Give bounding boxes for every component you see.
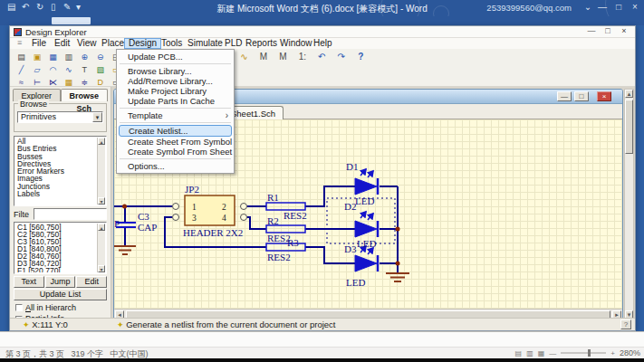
word-maximize-button[interactable]: □ [611,2,626,12]
save-icon[interactable]: ▤ [7,2,15,12]
undo-icon[interactable]: ↶ [22,2,29,12]
designator-label[interactable]: C3 [138,211,149,222]
library-icon[interactable]: M [255,51,271,63]
library-edit-icon[interactable]: M [275,51,291,63]
browse-panel: Explorer Browse Sch Browse Primitives ▾ … [10,87,111,319]
redo-icon[interactable]: ↷ [333,51,349,63]
designator-label[interactable]: R2 [267,215,279,226]
word-count[interactable]: 319 个字 [72,349,104,358]
text-button[interactable]: Text [14,276,44,288]
designator-label[interactable]: D1 [346,161,358,172]
checkbox-icon[interactable] [15,304,23,311]
app-maximize-button[interactable]: □ [601,26,615,35]
menu-item-create-symbol-from-sheet[interactable]: Create Symbol From Sheet [117,147,234,157]
page-icon[interactable]: ▯ [51,2,56,12]
account-name[interactable]: 2539399560@qq.com [486,3,572,13]
doc-maximize-button[interactable]: □ [574,91,589,101]
scroll-up-icon[interactable]: ▴ [625,90,633,98]
comment-label[interactable]: CAP [138,222,157,233]
designator-label[interactable]: JP2 [185,184,199,195]
comment-label[interactable]: LED [346,277,365,288]
all-in-hierarch-checkbox[interactable]: All in Hierarch [15,303,109,313]
read-mode-icon[interactable]: ▤ [515,349,523,357]
scale-icon[interactable]: 1: [294,51,310,63]
designator-label[interactable]: D3 [344,243,357,254]
app-titlebar[interactable]: Design Explorer — □ × [10,26,635,38]
filter-input[interactable] [34,208,107,220]
menu-item-template[interactable]: Template› [117,110,234,120]
browse-group: Browse Primitives ▾ [14,103,107,132]
system-menu-icon[interactable]: ≡ [17,38,22,47]
zoom-slider-handle[interactable] [588,349,591,357]
menu-simulate[interactable]: Simulate [184,38,226,49]
zoom-out-button[interactable]: — [549,349,556,357]
menu-item-update-parts-in-cache[interactable]: Update Parts In Cache [117,96,234,106]
scrollbar[interactable]: ▴ ▾ [97,138,105,205]
app-main: Explorer Browse Sch Browse Primitives ▾ … [10,87,635,319]
menu-item-create-netlist[interactable]: Create Netlist... [119,125,232,137]
menu-item-make-project-library[interactable]: Make Project Library [117,86,234,96]
scrollbar-thumb[interactable] [625,100,633,154]
menu-tools[interactable]: Tools [158,38,186,49]
taskbar [0,358,644,362]
ribbon-options-icon[interactable]: ⌄ [581,2,595,12]
ribbon-tab-highlight[interactable] [52,17,91,24]
signal-icon[interactable]: ∿ [236,51,252,63]
connector-jp2[interactable]: 1 2 3 4 JP2 HEADER 2X2 [173,184,247,238]
jump-button[interactable]: Jump [45,276,76,288]
scrollbar[interactable]: ▴ ▾ [97,224,105,272]
scroll-up-icon[interactable]: ▴ [98,138,105,145]
web-layout-icon[interactable]: ▦ [538,349,545,357]
comment-label[interactable]: LED [355,195,374,206]
app-icon [14,28,22,36]
zoom-slider[interactable] [561,352,606,354]
primitives-dropdown[interactable]: Primitives ▾ [17,111,103,123]
zoom-percentage[interactable]: 280% [620,348,640,357]
print-layout-icon[interactable]: ▥ [526,349,533,357]
help-icon[interactable]: ? [353,51,369,63]
scroll-down-icon[interactable]: ▾ [98,197,105,205]
led-symbols[interactable] [355,169,378,272]
doc-close-button[interactable]: × [597,91,611,101]
menu-item-create-sheet-from-symbol[interactable]: Create Sheet From Symbol [117,137,234,147]
pen-icon[interactable]: ✎ [63,2,71,12]
comment-label[interactable]: RES2 [284,210,307,221]
word-minimize-button[interactable]: — [595,2,610,12]
toolbar-right-group: ∿ M M 1: ↶ ↷ ? [236,49,369,62]
tab-browse-sch[interactable]: Browse Sch [61,89,109,101]
language-status[interactable]: 中文(中国) [111,349,149,358]
list-item[interactable]: F1 [520,770] [15,267,97,272]
chevron-down-icon[interactable]: ▾ [92,112,102,122]
status-hint: ✦ Generate a netlist from the current do… [117,319,335,329]
word-close-button[interactable]: × [628,2,642,12]
menu-separator [120,158,231,159]
scroll-down-icon[interactable]: ▾ [98,265,105,272]
scroll-up-icon[interactable]: ▴ [98,224,105,231]
comment-label[interactable]: HEADER 2X2 [183,227,243,238]
update-list-button[interactable]: Update List [14,289,107,300]
menu-item-add-remove-library[interactable]: Add/Remove Library... [117,76,234,86]
page-count[interactable]: 第 3 页，共 3 页 [5,349,64,358]
quick-access-more-icon[interactable]: ▾ [76,2,81,12]
designator-label[interactable]: R3 [287,237,299,248]
menu-item-options[interactable]: Options... [117,161,234,171]
redo-icon[interactable]: ↻ [36,2,43,12]
app-close-button[interactable]: × [617,26,631,35]
doc-minimize-button[interactable]: — [557,91,572,101]
app-toolbar: ▤ ▣ ▦ ▥ ⊕ ⊖ ◱ ▢ ╱ ▱ ◠ ∿ T ▧ ▭ ▬ ◯ ≈ [10,49,635,87]
comment-label[interactable]: RES2 [267,252,291,262]
undo-icon[interactable]: ↶ [314,51,330,63]
designator-label[interactable]: R1 [267,192,279,203]
menu-design[interactable]: Design [124,38,161,49]
word-document-band [0,331,644,347]
zoom-in-button[interactable]: + [610,349,615,357]
app-minimize-button[interactable]: — [584,26,599,35]
status-help-icon[interactable]: ? [620,319,631,329]
word-window-title: 新建 Microsoft Word 文档 (6).docx [兼容模式] - W… [181,3,463,15]
list-item[interactable]: Labels [15,190,97,197]
designator-label[interactable]: D2 [344,201,356,212]
menu-item-update-pcb[interactable]: Update PCB... [117,52,234,62]
edit-button[interactable]: Edit [76,276,107,288]
menu-item-browse-library[interactable]: Browse Library... [117,66,234,76]
vertical-scrollbar[interactable]: ▴ ▾ [624,89,634,319]
